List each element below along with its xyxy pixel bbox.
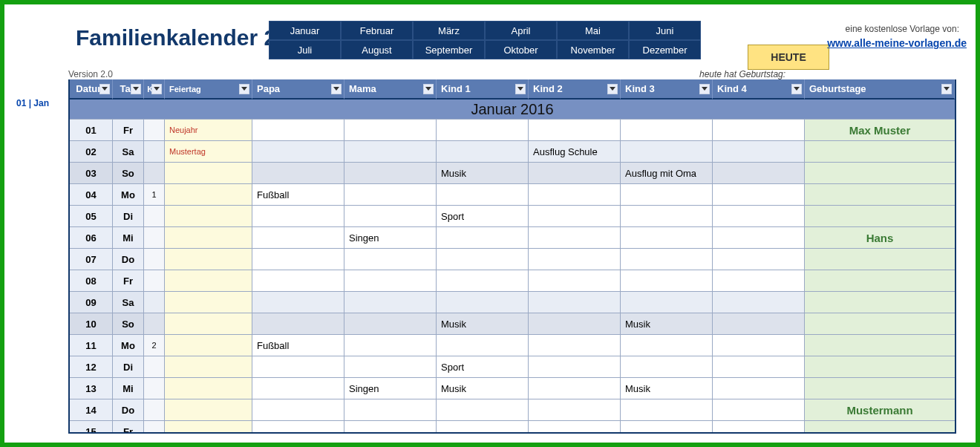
cell-day[interactable]: Do [113,399,144,421]
cell-papa[interactable] [252,227,344,249]
cell-day[interactable]: Mo [113,335,144,356]
cell-day[interactable]: Fr [113,120,144,141]
cell-kind2[interactable] [529,120,621,141]
cell-mama[interactable] [344,249,437,270]
cell-kind4[interactable] [713,270,805,292]
cell-papa[interactable] [252,313,344,335]
cell-kind3[interactable] [621,421,713,434]
month-btn-märz[interactable]: März [413,21,485,40]
cell-kind1[interactable] [437,399,529,421]
col-datum[interactable]: Datum [70,79,113,99]
cell-day[interactable]: Fr [113,421,144,434]
month-btn-dezember[interactable]: Dezember [629,40,701,59]
cell-kind2[interactable] [529,163,621,184]
cell-mama[interactable] [344,163,437,184]
cell-holiday[interactable] [165,421,252,434]
cell-mama[interactable] [344,206,437,227]
cell-holiday[interactable] [165,184,252,206]
cell-kind1[interactable] [437,270,529,292]
cell-kind3[interactable] [621,292,713,313]
cell-day[interactable]: Fr [113,270,144,292]
cell-mama[interactable] [344,399,437,421]
cell-kind1[interactable]: Musik [437,313,529,335]
cell-kind2[interactable] [529,313,621,335]
cell-kind2[interactable] [529,421,621,434]
cell-kw[interactable] [144,399,165,421]
cell-birthday[interactable] [805,378,955,399]
cell-kind4[interactable] [713,184,805,206]
cell-date[interactable]: 14 [70,399,113,421]
cell-holiday[interactable] [165,292,252,313]
cell-birthday[interactable] [805,163,955,184]
cell-kind3[interactable] [621,206,713,227]
cell-kind4[interactable] [713,313,805,335]
cell-kind4[interactable] [713,378,805,399]
cell-kind3[interactable] [621,270,713,292]
filter-icon[interactable] [699,84,710,94]
filter-icon[interactable] [99,84,110,94]
cell-date[interactable]: 04 [70,184,113,206]
cell-holiday[interactable] [165,313,252,335]
cell-kind4[interactable] [713,249,805,270]
cell-date[interactable]: 06 [70,227,113,249]
cell-kind1[interactable] [437,335,529,356]
cell-mama[interactable]: Singen [344,378,437,399]
cell-date[interactable]: 01 [70,120,113,141]
cell-mama[interactable] [344,184,437,206]
month-btn-november[interactable]: November [557,40,629,59]
cell-papa[interactable] [252,356,344,378]
cell-kind4[interactable] [713,356,805,378]
month-btn-september[interactable]: September [413,40,485,59]
month-btn-oktober[interactable]: Oktober [485,40,557,59]
cell-date[interactable]: 10 [70,313,113,335]
cell-birthday[interactable] [805,335,955,356]
cell-kind1[interactable]: Sport [437,206,529,227]
cell-date[interactable]: 03 [70,163,113,184]
cell-kw[interactable] [144,421,165,434]
cell-mama[interactable] [344,141,437,163]
cell-kind3[interactable] [621,184,713,206]
cell-date[interactable]: 02 [70,141,113,163]
cell-birthday[interactable] [805,270,955,292]
cell-kind4[interactable] [713,141,805,163]
col-kind2[interactable]: Kind 2 [529,79,621,99]
month-btn-juli[interactable]: Juli [269,40,341,59]
col-kind4[interactable]: Kind 4 [713,79,805,99]
cell-birthday[interactable] [805,421,955,434]
cell-kind2[interactable]: Ausflug Schule [529,141,621,163]
filter-icon[interactable] [515,84,526,94]
cell-birthday[interactable] [805,313,955,335]
cell-kind3[interactable] [621,141,713,163]
cell-date[interactable]: 09 [70,292,113,313]
credit-link[interactable]: www.alle-meine-vorlagen.de [788,37,967,49]
cell-papa[interactable]: Fußball [252,184,344,206]
cell-kind1[interactable] [437,141,529,163]
cell-holiday[interactable] [165,206,252,227]
cell-papa[interactable] [252,163,344,184]
cell-kind1[interactable]: Musik [437,163,529,184]
cell-papa[interactable] [252,270,344,292]
cell-kind2[interactable] [529,399,621,421]
cell-kind1[interactable] [437,421,529,434]
col-kind3[interactable]: Kind 3 [621,79,713,99]
cell-day[interactable]: Mi [113,227,144,249]
cell-day[interactable]: Di [113,206,144,227]
cell-papa[interactable] [252,399,344,421]
cell-papa[interactable] [252,378,344,399]
filter-icon[interactable] [423,84,434,94]
cell-kind1[interactable] [437,184,529,206]
cell-birthday[interactable] [805,249,955,270]
cell-day[interactable]: So [113,163,144,184]
cell-kind1[interactable] [437,292,529,313]
cell-date[interactable]: 15 [70,421,113,434]
cell-kw[interactable] [144,120,165,141]
cell-kind4[interactable] [713,292,805,313]
cell-kind4[interactable] [713,421,805,434]
cell-kind3[interactable] [621,399,713,421]
cell-holiday[interactable] [165,356,252,378]
cell-day[interactable]: Sa [113,292,144,313]
filter-icon[interactable] [331,84,342,94]
cell-kind1[interactable]: Musik [437,378,529,399]
cell-kw[interactable] [144,227,165,249]
month-btn-april[interactable]: April [485,21,557,40]
